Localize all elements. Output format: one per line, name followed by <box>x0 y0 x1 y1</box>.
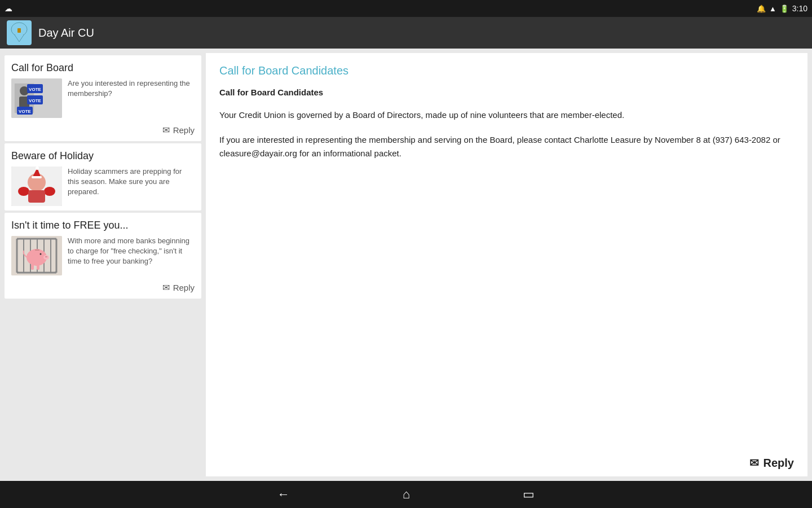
sidebar: Call for Board VOTE VOTE <box>0 49 206 481</box>
content-title: Call for Board Candidates <box>219 64 794 77</box>
news-card-free[interactable]: Isn't it time to FREE you... <box>5 213 201 299</box>
svg-point-33 <box>30 250 36 256</box>
status-bar-right: 🔔 ▲ 🔋 3:10 <box>757 4 807 13</box>
main-reply-icon: ✉ <box>749 456 759 470</box>
card-description-board: Are you interested in representing the m… <box>68 78 195 118</box>
card-footer-free: ✉ Reply <box>5 280 201 299</box>
svg-point-36 <box>46 256 47 257</box>
main-reply-button[interactable]: ✉ Reply <box>749 456 794 470</box>
svg-text:VOTE: VOTE <box>29 98 41 103</box>
card-footer-board: ✉ Reply <box>5 122 201 141</box>
svg-rect-40 <box>37 264 39 270</box>
card-body-holiday: Holiday scammers are prepping for this s… <box>5 167 201 211</box>
reply-label-free: Reply <box>173 283 195 292</box>
home-icon: ⌂ <box>403 487 410 501</box>
reply-button-free[interactable]: ✉ Reply <box>162 282 195 293</box>
main-layout: Call for Board VOTE VOTE <box>0 49 812 481</box>
svg-rect-1 <box>17 28 21 33</box>
recents-button[interactable]: ▭ <box>523 487 535 502</box>
status-bar: ☁ 🔔 ▲ 🔋 3:10 <box>0 0 812 17</box>
svg-rect-38 <box>35 249 39 251</box>
back-icon: ← <box>277 487 290 501</box>
reply-button-board[interactable]: ✉ Reply <box>162 125 195 135</box>
svg-point-35 <box>45 256 46 257</box>
content-subtitle: Call for Board Candidates <box>219 87 794 97</box>
card-title-board: Call for Board <box>5 55 201 78</box>
recents-icon: ▭ <box>523 487 535 501</box>
content-paragraph-1: Your Credit Union is governed by a Board… <box>219 108 794 122</box>
battery-icon: 🔋 <box>780 5 789 13</box>
content-body: Your Credit Union is governed by a Board… <box>219 108 794 160</box>
svg-rect-39 <box>31 264 34 270</box>
app-logo <box>7 20 32 45</box>
wifi-icon: ▲ <box>769 5 776 13</box>
reply-label-board: Reply <box>173 125 195 135</box>
news-card-board[interactable]: Call for Board VOTE VOTE <box>5 55 201 141</box>
content-panel: Call for Board Candidates Call for Board… <box>206 53 807 476</box>
svg-point-19 <box>44 187 55 196</box>
svg-text:VOTE: VOTE <box>19 109 31 114</box>
news-card-holiday[interactable]: Beware of Holiday <box>5 143 201 211</box>
reply-icon-free: ✉ <box>162 282 170 293</box>
reply-icon-board: ✉ <box>162 125 170 135</box>
svg-rect-20 <box>28 190 45 203</box>
logo-icon <box>9 20 29 45</box>
notification-dot-icon: ☁ <box>5 4 12 13</box>
svg-rect-16 <box>32 176 42 178</box>
nav-bar: ← ⌂ ▭ <box>0 481 812 508</box>
svg-point-18 <box>18 187 29 196</box>
svg-point-34 <box>43 255 49 260</box>
status-bar-left: ☁ <box>5 4 12 13</box>
svg-text:VOTE: VOTE <box>29 87 41 92</box>
card-body-free: With more and more banks beginning to ch… <box>5 236 201 280</box>
thumbnail-free <box>11 236 62 275</box>
card-description-free: With more and more banks beginning to ch… <box>68 236 195 275</box>
back-button[interactable]: ← <box>277 487 290 502</box>
bottom-reply-bar: ✉ Reply <box>736 449 807 476</box>
home-button[interactable]: ⌂ <box>403 487 410 502</box>
thumbnail-board: VOTE VOTE VOTE <box>11 78 62 118</box>
main-reply-label: Reply <box>764 457 794 470</box>
app-title: Day Air CU <box>38 27 94 40</box>
svg-point-37 <box>40 253 42 255</box>
card-title-free: Isn't it time to FREE you... <box>5 213 201 236</box>
svg-point-17 <box>36 167 39 170</box>
notification-icon: 🔔 <box>757 5 766 13</box>
card-description-holiday: Holiday scammers are prepping for this s… <box>68 167 195 206</box>
card-body-board: VOTE VOTE VOTE Are you interested in rep… <box>5 78 201 122</box>
app-bar: Day Air CU <box>0 17 812 49</box>
thumbnail-holiday <box>11 167 62 206</box>
card-title-holiday: Beware of Holiday <box>5 143 201 167</box>
content-paragraph-2: If you are interested in representing th… <box>219 133 794 160</box>
time-display: 3:10 <box>792 4 807 13</box>
